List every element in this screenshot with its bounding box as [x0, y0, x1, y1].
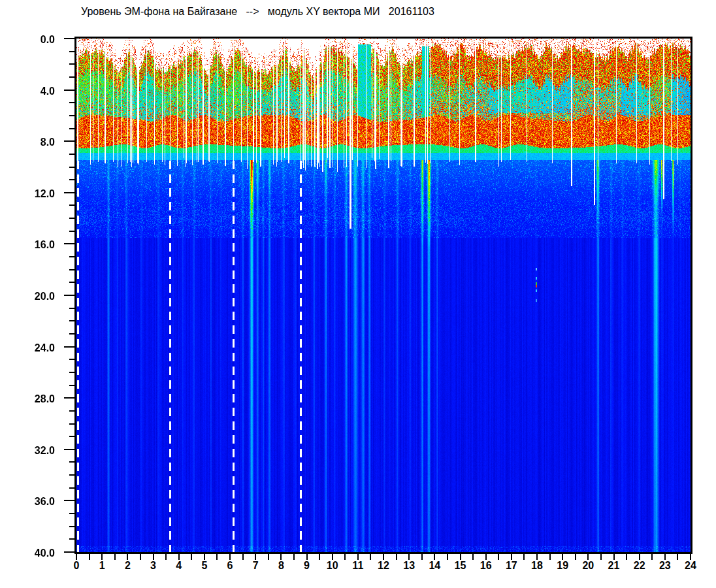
x-tick	[293, 554, 295, 560]
x-axis-label: 4	[169, 560, 189, 572]
x-tick	[664, 554, 666, 560]
y-axis-label: 20.0	[0, 290, 55, 303]
x-axis-label: 13	[399, 560, 419, 572]
y-axis-label: 36.0	[0, 495, 55, 508]
spectrogram-figure: Уровень ЭМ-фона на Байгазане --> модуль …	[0, 0, 716, 588]
x-tick	[447, 554, 448, 560]
x-axis-label: 2	[118, 560, 137, 572]
x-tick	[178, 554, 180, 560]
y-minor-tick	[69, 218, 74, 219]
y-minor-tick	[69, 385, 74, 386]
y-axis-label: 8.0	[0, 136, 55, 149]
y-minor-tick	[69, 308, 74, 309]
x-tick	[536, 554, 538, 560]
y-minor-tick	[69, 128, 74, 129]
x-tick	[626, 554, 627, 560]
y-axis-label: 24.0	[0, 342, 55, 355]
x-axis-label: 17	[502, 560, 521, 572]
x-tick	[101, 554, 103, 560]
y-major-tick	[64, 243, 74, 244]
x-tick	[280, 554, 282, 560]
x-axis-label: 7	[246, 560, 265, 572]
x-tick	[191, 554, 192, 560]
y-major-tick	[64, 38, 74, 39]
x-tick	[127, 554, 128, 560]
y-minor-tick	[69, 461, 74, 463]
y-minor-tick	[69, 513, 74, 514]
x-axis-label: 23	[655, 560, 675, 572]
x-tick	[472, 554, 474, 560]
y-minor-tick	[69, 526, 74, 527]
y-minor-tick	[69, 63, 74, 65]
x-tick	[613, 554, 615, 560]
x-axis-label: 3	[144, 560, 163, 572]
x-tick	[408, 554, 410, 560]
x-tick	[216, 554, 218, 560]
y-minor-tick	[69, 115, 74, 116]
y-major-tick	[64, 140, 74, 142]
x-tick	[485, 554, 487, 560]
x-tick	[165, 554, 167, 560]
x-tick	[229, 554, 231, 560]
x-axis-label: 8	[271, 560, 291, 572]
x-tick	[421, 554, 423, 560]
y-minor-tick	[69, 76, 74, 78]
y-axis-label: 32.0	[0, 444, 55, 457]
y-minor-tick	[69, 320, 74, 321]
y-axis-label: 16.0	[0, 238, 55, 252]
x-tick	[562, 554, 563, 560]
y-major-tick	[64, 449, 74, 450]
x-axis-label: 0	[67, 560, 86, 572]
x-tick	[306, 554, 308, 560]
x-tick	[140, 554, 141, 560]
x-axis-label: 20	[578, 560, 598, 572]
x-tick	[677, 554, 678, 560]
y-minor-tick	[69, 51, 74, 52]
x-axis-label: 21	[604, 560, 624, 572]
y-minor-tick	[69, 154, 74, 155]
x-axis-label: 6	[220, 560, 240, 572]
x-tick	[242, 554, 244, 560]
x-axis-label: 22	[630, 560, 649, 572]
y-major-tick	[64, 346, 74, 348]
y-minor-tick	[69, 102, 74, 103]
x-tick	[370, 554, 371, 560]
y-minor-tick	[69, 167, 74, 168]
x-tick	[587, 554, 589, 560]
x-tick	[600, 554, 602, 560]
x-tick	[396, 554, 397, 560]
x-tick	[690, 554, 691, 560]
y-minor-tick	[69, 256, 74, 257]
y-axis-label: 40.0	[0, 547, 55, 560]
x-tick	[76, 554, 77, 560]
x-axis-label: 9	[297, 560, 317, 572]
y-minor-tick	[69, 436, 74, 437]
x-axis-label: 5	[195, 560, 214, 572]
y-minor-tick	[69, 179, 74, 180]
y-axis-label: 0.0	[0, 33, 55, 46]
y-minor-tick	[69, 410, 74, 412]
y-major-tick	[64, 551, 74, 553]
x-tick	[153, 554, 154, 560]
x-tick	[511, 554, 512, 560]
x-tick	[204, 554, 205, 560]
x-axis-label: 12	[374, 560, 393, 572]
y-major-tick	[64, 295, 74, 296]
y-minor-tick	[69, 487, 74, 489]
y-minor-tick	[69, 333, 74, 335]
y-minor-tick	[69, 231, 74, 232]
y-minor-tick	[69, 372, 74, 373]
x-tick	[357, 554, 359, 560]
y-minor-tick	[69, 474, 74, 476]
x-axis-label: 24	[681, 560, 700, 572]
x-tick	[460, 554, 461, 560]
y-minor-tick	[69, 269, 74, 270]
y-minor-tick	[69, 359, 74, 360]
y-minor-tick	[69, 282, 74, 283]
x-axis-label: 11	[348, 560, 368, 572]
x-axis-label: 1	[92, 560, 112, 572]
y-major-tick	[64, 500, 74, 501]
x-tick	[549, 554, 551, 560]
x-tick	[268, 554, 269, 560]
x-tick	[332, 554, 333, 560]
